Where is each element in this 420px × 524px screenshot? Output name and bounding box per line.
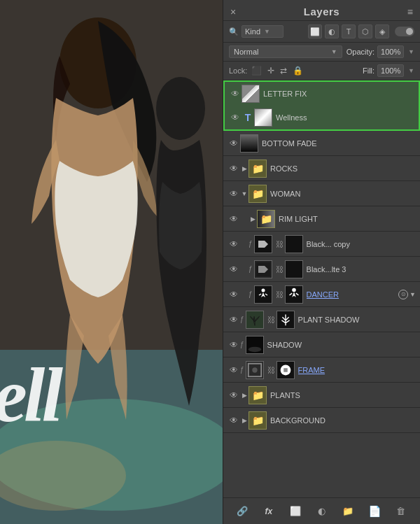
lock-position-btn[interactable]: ✛ [266,65,276,76]
visibility-toggle-plants[interactable]: 👁 [227,389,240,402]
mask-thumb-plant-shadow [276,311,295,329]
layer-name-rim-light: RIM LIGHT [279,215,416,223]
opacity-control: Opacity: 100% ▼ [346,45,414,58]
layer-thumb-bottom-fade [240,134,258,153]
visibility-toggle-background[interactable]: 👁 [227,414,240,427]
lock-artboard-btn[interactable]: ⇄ [279,65,288,76]
layer-name-shadow: SHADOW [267,341,416,349]
expand-arrow-plants[interactable]: ▶ [240,391,248,399]
layer-name-plants: PLANTS [270,391,416,399]
chain-link-dancer: ⛓ [276,290,284,299]
mask-thumb-dancer [285,285,303,304]
mask-thumb-blacklte3 [285,260,303,278]
layer-row-plant-shadow[interactable]: 👁ƒ⛓PLANT SHADOW [223,307,420,332]
layer-name-black-copy: Black... copy [307,240,416,248]
expand-arrow-rocks[interactable]: ▶ [240,164,248,173]
lock-label: Lock: [229,66,247,75]
chain-link-frame: ⛓ [267,366,275,374]
expand-arrow-woman[interactable]: ▼ [240,190,248,198]
smart-chain-frame: ƒ [240,366,244,374]
layer-thumb-dancer [254,285,272,304]
link-layers-button[interactable]: 🔗 [234,504,250,519]
adjustment-layer-button[interactable]: ◐ [314,504,329,519]
panel-close-button[interactable]: × [230,6,236,17]
lock-icons-group: ⬛ ✛ ⇄ 🔒 [250,65,304,76]
opacity-value[interactable]: 100% [377,45,404,58]
layer-row-woman[interactable]: 👁▼📁WOMAN [223,181,420,206]
svg-point-5 [156,77,205,140]
chain-link-black-copy: ⛓ [276,240,284,248]
filter-pixel-btn[interactable]: ⬜ [308,24,322,38]
layer-row-letter-fix[interactable]: 👁LETTER FIX [223,80,420,106]
layer-thumb-blacklte3 [254,260,272,278]
layers-panel: × Layers ≡ 🔍 Kind ▼ ⬜ ◐ T ⬡ ◈ Normal ▼ O… [223,0,420,524]
svg-point-9 [261,288,265,292]
filter-smart-btn[interactable]: ◈ [375,24,389,38]
filter-type-btn[interactable]: T [342,24,356,38]
layer-thumb-frame [246,361,264,379]
add-mask-button[interactable]: ⬜ [288,504,303,519]
layer-list: 👁LETTER FIX👁TWellness👁BOTTOM FADE👁▶📁ROCK… [223,80,420,497]
layer-name-letter-fix: LETTER FIX [263,90,414,98]
expand-arrow-background[interactable]: ▶ [240,416,248,425]
blend-mode-dropdown[interactable]: Normal ▼ [229,45,342,58]
layer-row-blacklte3[interactable]: 👁ƒ⛓Black...lte 3 [223,257,420,282]
layer-row-rocks[interactable]: 👁▶📁ROCKS [223,156,420,181]
dancer-dropdown[interactable]: ▼ [410,291,416,298]
visibility-toggle-rocks[interactable]: 👁 [227,162,240,175]
new-group-button[interactable]: 📁 [340,504,356,519]
filter-shape-btn[interactable]: ⬡ [358,24,372,38]
visibility-toggle-black-copy[interactable]: 👁 [227,238,240,250]
visibility-toggle-woman[interactable]: 👁 [227,187,240,200]
visibility-toggle-bottom-fade[interactable]: 👁 [227,137,240,150]
visibility-toggle-blacklte3[interactable]: 👁 [227,263,240,276]
visibility-toggle-wellness[interactable]: 👁 [229,111,241,124]
fill-chevron: ▼ [408,67,414,74]
layer-row-black-copy[interactable]: 👁ƒ⛓Black... copy [223,232,420,257]
layer-thumb-shadow [246,336,264,354]
filter-toggle[interactable] [395,27,414,36]
layer-thumb-plants: 📁 [248,386,267,404]
layer-row-frame[interactable]: 👁ƒ⛓FRAME [223,357,420,383]
expand-arrow-rim-light[interactable]: ▶ [248,215,257,223]
smart-chain-plant-shadow: ƒ [240,316,244,323]
lock-all-btn[interactable]: 🔒 [291,65,304,76]
lock-row: Lock: ⬛ ✛ ⇄ 🔒 Fill: 100% ▼ [223,62,420,80]
layer-row-wellness[interactable]: 👁TWellness [223,106,420,131]
layer-thumb-woman: 📁 [248,185,267,203]
visibility-toggle-letter-fix[interactable]: 👁 [229,87,241,100]
layer-name-plant-shadow: PLANT SHADOW [298,316,416,324]
layer-row-bottom-fade[interactable]: 👁BOTTOM FADE [223,131,420,156]
smart-filter-icon-dancer: ⊙ [398,290,408,299]
layer-row-dancer[interactable]: 👁ƒ⛓DANCER⊙▼ [223,282,420,307]
layer-row-background[interactable]: 👁▶📁BACKGROUND [223,408,420,433]
layer-thumb-rim-light: 📁 [257,210,275,228]
visibility-toggle-dancer[interactable]: 👁 [227,288,240,301]
panel-header: × Layers ≡ [223,0,420,21]
kind-dropdown[interactable]: Kind ▼ [241,25,284,38]
blend-mode-row: Normal ▼ Opacity: 100% ▼ [223,43,420,62]
layer-effects-button[interactable]: fx [261,504,276,519]
smart-chain-shadow: ƒ [240,341,244,348]
layer-row-plants[interactable]: 👁▶📁PLANTS [223,383,420,408]
visibility-toggle-plant-shadow[interactable]: 👁 [227,313,240,326]
filter-adjustment-btn[interactable]: ◐ [325,24,339,38]
blend-mode-label: Normal [234,48,258,56]
layer-name-woman: WOMAN [270,190,416,198]
layer-name-dancer: DANCER [307,290,396,299]
visibility-toggle-frame[interactable]: 👁 [227,364,240,376]
mask-thumb-black-copy [285,235,303,253]
layer-name-frame: FRAME [298,366,416,374]
lock-pixel-btn[interactable]: ⬛ [250,65,263,76]
smart-chain-blacklte3: ƒ [248,265,253,273]
svg-point-18 [252,367,257,372]
kind-chevron: ▼ [264,28,270,35]
layer-row-rim-light[interactable]: 👁▶📁RIM LIGHT [223,206,420,232]
layer-row-shadow[interactable]: 👁ƒSHADOW [223,332,420,357]
fill-value[interactable]: 100% [377,64,404,77]
panel-menu-button[interactable]: ≡ [407,6,413,17]
delete-layer-button[interactable]: 🗑 [393,504,409,519]
new-layer-button[interactable]: 📄 [367,504,382,519]
visibility-toggle-shadow[interactable]: 👁 [227,339,240,351]
visibility-toggle-rim-light[interactable]: 👁 [227,213,240,225]
